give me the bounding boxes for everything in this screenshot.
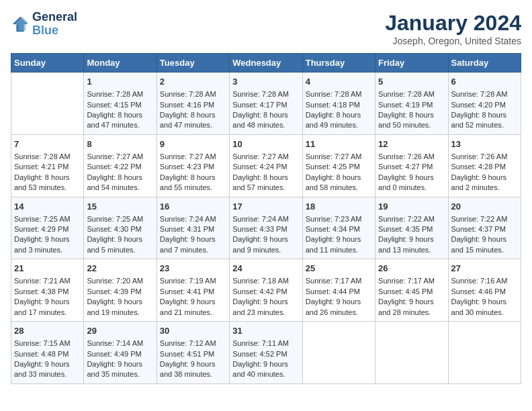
- day-info: Daylight: 9 hours and 26 minutes.: [306, 297, 372, 318]
- calendar-cell: 1Sunrise: 7:28 AMSunset: 4:15 PMDaylight…: [84, 73, 157, 135]
- day-number: 28: [14, 325, 81, 337]
- day-info: Sunrise: 7:18 AM: [232, 276, 299, 286]
- location: Joseph, Oregon, United States: [385, 36, 521, 46]
- calendar-cell: 20Sunrise: 7:22 AMSunset: 4:37 PMDayligh…: [448, 197, 521, 259]
- day-info: Daylight: 9 hours and 21 minutes.: [160, 297, 226, 318]
- day-info: Sunrise: 7:28 AM: [232, 89, 299, 99]
- day-info: Sunrise: 7:26 AM: [378, 152, 445, 162]
- day-info: Daylight: 8 hours and 53 minutes.: [14, 173, 81, 193]
- day-info: Sunrise: 7:28 AM: [160, 89, 226, 99]
- header-row: SundayMondayTuesdayWednesdayThursdayFrid…: [11, 54, 521, 73]
- calendar-cell: 23Sunrise: 7:19 AMSunset: 4:41 PMDayligh…: [157, 259, 229, 322]
- month-title: January 2024: [385, 11, 521, 36]
- day-number: 3: [232, 76, 299, 88]
- day-number: 6: [451, 76, 518, 88]
- day-info: Sunset: 4:31 PM: [160, 224, 226, 234]
- calendar-cell: 2Sunrise: 7:28 AMSunset: 4:16 PMDaylight…: [157, 73, 229, 135]
- day-info: Sunset: 4:35 PM: [378, 224, 445, 234]
- column-header-wednesday: Wednesday: [230, 54, 302, 73]
- day-number: 11: [306, 138, 372, 150]
- day-info: Sunrise: 7:28 AM: [306, 89, 372, 99]
- day-info: Daylight: 9 hours and 19 minutes.: [87, 297, 153, 318]
- calendar-cell: 30Sunrise: 7:12 AMSunset: 4:51 PMDayligh…: [157, 322, 229, 384]
- week-row-1: 1Sunrise: 7:28 AMSunset: 4:15 PMDaylight…: [11, 73, 521, 135]
- day-info: Daylight: 8 hours and 50 minutes.: [378, 110, 445, 131]
- day-info: Sunrise: 7:27 AM: [87, 152, 153, 162]
- day-info: Sunset: 4:30 PM: [87, 224, 153, 234]
- day-number: 14: [14, 201, 81, 213]
- day-info: Sunset: 4:51 PM: [160, 349, 226, 359]
- page-header: General Blue January 2024 Joseph, Oregon…: [11, 11, 521, 46]
- day-info: Sunset: 4:52 PM: [232, 349, 299, 359]
- day-info: Daylight: 9 hours and 9 minutes.: [232, 234, 299, 255]
- day-info: Daylight: 9 hours and 15 minutes.: [451, 234, 518, 255]
- day-info: Daylight: 9 hours and 23 minutes.: [232, 297, 299, 318]
- calendar-table: SundayMondayTuesdayWednesdayThursdayFrid…: [11, 53, 521, 384]
- logo-text: General Blue: [32, 11, 77, 38]
- day-info: Daylight: 8 hours and 57 minutes.: [232, 173, 299, 193]
- day-info: Sunset: 4:22 PM: [87, 162, 153, 172]
- day-info: Daylight: 9 hours and 17 minutes.: [14, 297, 81, 318]
- calendar-cell: 18Sunrise: 7:23 AMSunset: 4:34 PMDayligh…: [302, 197, 375, 259]
- day-info: Sunrise: 7:24 AM: [232, 214, 299, 224]
- day-number: 10: [232, 138, 299, 150]
- day-info: Sunset: 4:45 PM: [378, 287, 445, 297]
- day-info: Daylight: 9 hours and 0 minutes.: [378, 173, 445, 193]
- column-header-sunday: Sunday: [11, 54, 84, 73]
- column-header-monday: Monday: [84, 54, 157, 73]
- day-info: Sunset: 4:20 PM: [451, 100, 518, 110]
- column-header-tuesday: Tuesday: [157, 54, 229, 73]
- calendar-cell: 22Sunrise: 7:20 AMSunset: 4:39 PMDayligh…: [84, 259, 157, 322]
- day-number: 20: [451, 201, 518, 213]
- day-info: Sunset: 4:28 PM: [451, 162, 518, 172]
- calendar-cell: [11, 73, 84, 135]
- day-info: Sunrise: 7:22 AM: [451, 214, 518, 224]
- calendar-cell: 29Sunrise: 7:14 AMSunset: 4:49 PMDayligh…: [84, 322, 157, 384]
- day-info: Daylight: 9 hours and 11 minutes.: [306, 234, 372, 255]
- day-number: 12: [378, 138, 445, 150]
- day-info: Daylight: 8 hours and 52 minutes.: [451, 110, 518, 131]
- day-info: Sunrise: 7:22 AM: [378, 214, 445, 224]
- day-info: Sunset: 4:41 PM: [160, 287, 226, 297]
- day-info: Daylight: 9 hours and 38 minutes.: [160, 359, 226, 380]
- day-number: 18: [306, 201, 372, 213]
- calendar-cell: 16Sunrise: 7:24 AMSunset: 4:31 PMDayligh…: [157, 197, 229, 259]
- day-info: Sunrise: 7:17 AM: [378, 276, 445, 286]
- calendar-cell: 25Sunrise: 7:17 AMSunset: 4:44 PMDayligh…: [302, 259, 375, 322]
- day-info: Sunset: 4:44 PM: [306, 287, 372, 297]
- day-info: Sunrise: 7:28 AM: [87, 89, 153, 99]
- day-info: Sunset: 4:24 PM: [232, 162, 299, 172]
- day-info: Daylight: 9 hours and 3 minutes.: [14, 234, 81, 255]
- day-info: Daylight: 9 hours and 28 minutes.: [378, 297, 445, 318]
- day-number: 29: [87, 325, 153, 337]
- calendar-cell: 7Sunrise: 7:28 AMSunset: 4:21 PMDaylight…: [11, 134, 84, 197]
- calendar-cell: 13Sunrise: 7:26 AMSunset: 4:28 PMDayligh…: [448, 134, 521, 197]
- day-info: Daylight: 9 hours and 5 minutes.: [87, 234, 153, 255]
- day-info: Daylight: 9 hours and 7 minutes.: [160, 234, 226, 255]
- day-number: 16: [160, 201, 226, 213]
- column-header-saturday: Saturday: [448, 54, 521, 73]
- day-number: 31: [232, 325, 299, 337]
- day-info: Daylight: 9 hours and 30 minutes.: [451, 297, 518, 318]
- calendar-cell: [302, 322, 375, 384]
- day-info: Sunrise: 7:25 AM: [87, 214, 153, 224]
- day-number: 13: [451, 138, 518, 150]
- day-number: 2: [160, 76, 226, 88]
- week-row-4: 21Sunrise: 7:21 AMSunset: 4:38 PMDayligh…: [11, 259, 521, 322]
- day-info: Sunset: 4:15 PM: [87, 100, 153, 110]
- day-number: 21: [14, 263, 81, 275]
- day-info: Sunset: 4:48 PM: [14, 349, 81, 359]
- column-header-thursday: Thursday: [302, 54, 375, 73]
- day-number: 19: [378, 201, 445, 213]
- day-number: 30: [160, 325, 226, 337]
- day-info: Sunrise: 7:28 AM: [378, 89, 445, 99]
- day-info: Sunset: 4:19 PM: [378, 100, 445, 110]
- week-row-2: 7Sunrise: 7:28 AMSunset: 4:21 PMDaylight…: [11, 134, 521, 197]
- day-info: Daylight: 8 hours and 55 minutes.: [160, 173, 226, 193]
- day-number: 27: [451, 263, 518, 275]
- calendar-cell: 11Sunrise: 7:27 AMSunset: 4:25 PMDayligh…: [302, 134, 375, 197]
- calendar-cell: 27Sunrise: 7:16 AMSunset: 4:46 PMDayligh…: [448, 259, 521, 322]
- week-row-5: 28Sunrise: 7:15 AMSunset: 4:48 PMDayligh…: [11, 322, 521, 384]
- calendar-cell: 3Sunrise: 7:28 AMSunset: 4:17 PMDaylight…: [230, 73, 302, 135]
- calendar-cell: 21Sunrise: 7:21 AMSunset: 4:38 PMDayligh…: [11, 259, 84, 322]
